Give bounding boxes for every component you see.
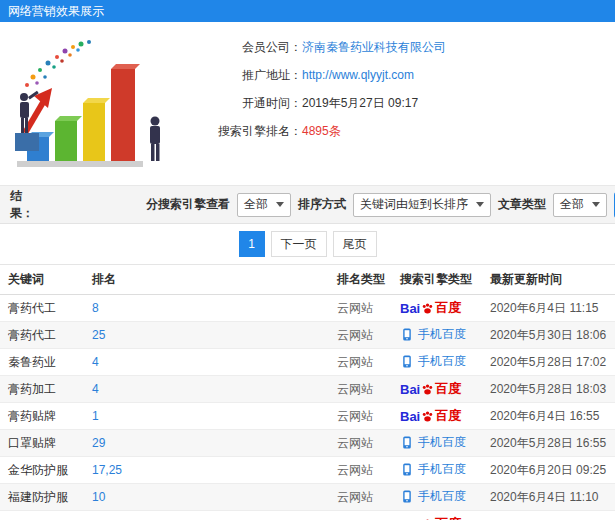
keyword-cell: 膏药贴牌 <box>0 403 84 430</box>
rank-link[interactable]: 29 <box>92 436 105 450</box>
header-engine-type: 搜索引擎类型 <box>392 265 482 295</box>
mobile-baidu-logo: 手机百度 <box>400 461 466 478</box>
baidu-logo: Bai百度 <box>400 380 461 398</box>
open-time-value: 2019年5月27日 09:17 <box>302 95 418 112</box>
baidu-logo: Bai百度 <box>400 515 461 520</box>
mobile-phone-icon <box>401 436 413 449</box>
rank-type-cell: 云网站 <box>329 322 392 349</box>
rank-link[interactable]: 8 <box>92 301 99 315</box>
mobile-phone-icon <box>401 463 413 476</box>
table-row: 膏药加工4云网站Bai百度2020年5月28日 18:03 <box>0 376 615 403</box>
rank-type-cell: 云网站 <box>329 403 392 430</box>
rank-type-cell: 云网站 <box>329 376 392 403</box>
mobile-baidu-logo: 手机百度 <box>400 326 466 343</box>
company-link[interactable]: 济南秦鲁药业科技有限公司 <box>302 39 446 56</box>
header-rank: 排名 <box>84 265 329 295</box>
baidu-logo: Bai百度 <box>400 299 461 317</box>
promo-url-row: 推广地址： http://www.qlyyjt.com <box>182 66 446 84</box>
last-page-button[interactable]: 尾页 <box>333 231 377 257</box>
rank-type-cell: 云网站 <box>329 349 392 376</box>
rank-type-cell: 云网站 <box>329 430 392 457</box>
table-row: 口罩贴牌29云网站手机百度2020年5月28日 16:55 <box>0 430 615 457</box>
engine-filter-label: 分搜索引擎查看 <box>146 196 230 213</box>
engine-select[interactable]: 全部 <box>237 193 291 217</box>
rank-link[interactable]: 4 <box>92 382 99 396</box>
keyword-cell: 膏药加工 <box>0 376 84 403</box>
rank-cell: 25 <box>84 322 329 349</box>
engine-cell: 手机百度 <box>392 484 482 511</box>
bar-red <box>111 64 140 161</box>
page-number-current[interactable]: 1 <box>239 231 265 257</box>
sort-select[interactable]: 关键词由短到长排序 <box>353 193 491 217</box>
rank-cell: 1 <box>84 403 329 430</box>
engine-cell: Bai百度 <box>392 403 482 430</box>
keyword-cell: 口罩贴牌 <box>0 430 84 457</box>
update-time-cell: 2020年5月28日 18:03 <box>482 376 615 403</box>
chevron-down-icon <box>276 202 284 207</box>
engine-cell: 手机百度 <box>392 322 482 349</box>
engine-cell: 手机百度 <box>392 349 482 376</box>
filter-bar: 结果： 分搜索引擎查看 全部 排序方式 关键词由短到长排序 文章类型 全部 提交 <box>0 186 615 224</box>
rank-link[interactable]: 17,25 <box>92 463 122 477</box>
baidu-paw-icon <box>421 383 434 396</box>
bar-yellow <box>83 98 110 161</box>
baidu-logo: Bai百度 <box>400 407 461 425</box>
baidu-paw-icon <box>421 302 434 315</box>
rank-link[interactable]: 1 <box>92 409 99 423</box>
sort-label: 排序方式 <box>298 196 346 213</box>
growth-chart-image <box>7 33 175 175</box>
promo-url-label: 推广地址： <box>182 67 302 84</box>
engine-cell: 手机百度 <box>392 430 482 457</box>
header-bar: 网络营销效果展示 <box>0 0 615 22</box>
article-type-select-value: 全部 <box>560 196 584 213</box>
rank-count-label: 搜索引擎排名： <box>182 123 302 140</box>
rank-cell: 4 <box>84 376 329 403</box>
update-time-cell: 2020年6月20日 09:25 <box>482 457 615 484</box>
info-fields: 会员公司： 济南秦鲁药业科技有限公司 推广地址： http://www.qlyy… <box>182 22 446 185</box>
rank-link[interactable]: 4 <box>92 355 99 369</box>
rank-cell: 29 <box>84 430 329 457</box>
table-row: 膏药代工25云网站手机百度2020年5月30日 18:06 <box>0 322 615 349</box>
engine-cell: Bai百度 <box>392 376 482 403</box>
keyword-cell: 金华防护服 <box>0 457 84 484</box>
sort-select-value: 关键词由短到长排序 <box>360 196 468 213</box>
rank-cell: 17,25 <box>84 457 329 484</box>
mobile-baidu-logo: 手机百度 <box>400 353 466 370</box>
rank-count-row: 搜索引擎排名： 4895条 <box>182 122 446 140</box>
rank-cell <box>84 511 329 520</box>
rank-type-cell: 云网站 <box>329 484 392 511</box>
filter-controls: 分搜索引擎查看 全部 排序方式 关键词由短到长排序 文章类型 全部 提交 <box>146 192 615 218</box>
article-type-label: 文章类型 <box>498 196 546 213</box>
update-time-cell: 2020年5月30日 18:06 <box>482 322 615 349</box>
businessman-right <box>150 116 160 161</box>
company-row: 会员公司： 济南秦鲁药业科技有限公司 <box>182 38 446 56</box>
rank-type-cell: 云网站 <box>329 295 392 322</box>
keyword-cell: 福建防护服 <box>0 484 84 511</box>
rank-link[interactable]: 10 <box>92 490 105 504</box>
keyword-cell: 膏药代工 <box>0 322 84 349</box>
results-table-body: 膏药代工8云网站Bai百度2020年6月4日 11:15膏药代工25云网站手机百… <box>0 295 615 520</box>
rank-cell: 4 <box>84 349 329 376</box>
rank-cell: 10 <box>84 484 329 511</box>
company-label: 会员公司： <box>182 39 302 56</box>
next-page-button[interactable]: 下一页 <box>271 231 327 257</box>
table-row: 膏药贴牌1云网站Bai百度2020年6月4日 16:55 <box>0 403 615 430</box>
table-row: 金华防护服17,25云网站手机百度2020年6月20日 09:25 <box>0 457 615 484</box>
rank-type-cell: 云网站 <box>329 457 392 484</box>
table-row: 秦鲁药业4云网站手机百度2020年5月28日 17:02 <box>0 349 615 376</box>
promo-url-link[interactable]: http://www.qlyyjt.com <box>302 68 414 82</box>
table-row: 膏药代工8云网站Bai百度2020年6月4日 11:15 <box>0 295 615 322</box>
up-arrow <box>25 88 52 133</box>
engine-cell: Bai百度 <box>392 511 482 520</box>
article-type-select[interactable]: 全部 <box>553 193 607 217</box>
rank-link[interactable]: 25 <box>92 328 105 342</box>
bar-green <box>55 116 82 161</box>
update-time-cell: 2020年6月4日 16:55 <box>482 403 615 430</box>
rank-count-value: 4895条 <box>302 123 341 140</box>
mobile-phone-icon <box>401 490 413 503</box>
table-row: 福建防护服10云网站手机百度2020年6月4日 11:10 <box>0 484 615 511</box>
header-update-time: 最新更新时间 <box>482 265 615 295</box>
rank-cell: 8 <box>84 295 329 322</box>
keyword-cell: 秦鲁药业 <box>0 349 84 376</box>
update-time-cell: 2020年5月28日 17:02 <box>482 349 615 376</box>
